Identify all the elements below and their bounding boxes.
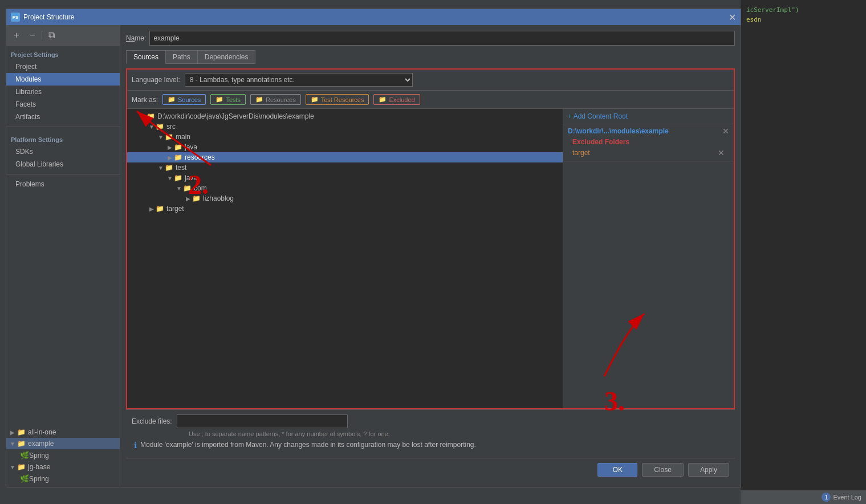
sidebar-item-global-libraries[interactable]: Global Libraries	[6, 158, 120, 170]
file-tree: ▼ 📁 D:\workdir\code\java\JgServerDis\mod…	[127, 109, 563, 408]
dialog-title: Project Structure	[23, 13, 729, 21]
tree-item-java[interactable]: ▶ 📁 java	[127, 142, 563, 152]
exclude-files-hint: Use ; to separate name patterns, * for a…	[132, 430, 729, 437]
dialog-body: + − ⧉ Project Settings Project Modules L…	[6, 25, 741, 487]
language-level-row: Language level: 8 - Lambdas, type annota…	[127, 70, 734, 91]
nav-divider	[6, 127, 120, 127]
copy-button[interactable]: ⧉	[44, 29, 58, 42]
test-resources-folder-icon: 📁	[311, 96, 319, 103]
dialog-footer: OK Close Apply	[126, 458, 735, 481]
content-root-path: D:\workdir\...\modules\example ✕	[568, 127, 729, 136]
expand-icon: ▶	[166, 144, 174, 151]
tab-dependencies[interactable]: Dependencies	[198, 50, 256, 64]
exclude-files-input[interactable]	[177, 414, 348, 428]
folder-icon: 📁	[156, 205, 164, 213]
close-button[interactable]: Close	[642, 463, 684, 477]
excluded-item-close-button[interactable]: ✕	[718, 148, 725, 157]
excluded-item-text: target	[572, 149, 590, 157]
tree-item-root[interactable]: ▼ 📁 D:\workdir\code\java\JgServerDis\mod…	[127, 111, 563, 121]
add-button[interactable]: +	[10, 29, 23, 42]
folder-icon: 📁	[165, 133, 173, 141]
sidebar-item-modules[interactable]: Modules	[6, 73, 120, 86]
sidebar: + − ⧉ Project Settings Project Modules L…	[6, 25, 120, 487]
main-window: icServerImpl") esdn 1 Event Log PS Proje…	[0, 0, 866, 504]
content-root-path-text: D:\workdir\...\modules\example	[568, 127, 669, 135]
module-tree-item-spring2[interactable]: 🌿 Spring	[6, 473, 120, 485]
mark-excluded-button[interactable]: 📁 Excluded	[373, 94, 420, 105]
expand-icon: ▶	[148, 206, 156, 212]
mark-sources-label: Sources	[178, 96, 201, 103]
add-content-root-button[interactable]: + Add Content Root	[568, 112, 628, 120]
module-tree-item-example[interactable]: ▼ 📁 example	[6, 438, 120, 449]
tab-paths[interactable]: Paths	[166, 50, 198, 64]
sidebar-item-project[interactable]: Project	[6, 60, 120, 73]
module-label: example	[28, 440, 54, 448]
expand-icon: ▼	[148, 124, 156, 130]
bottom-area: Exclude files: Use ; to separate name pa…	[126, 409, 735, 458]
sidebar-item-problems[interactable]: Problems	[6, 178, 120, 190]
mark-sources-button[interactable]: 📁 Sources	[162, 94, 206, 105]
tree-item-label: com	[194, 184, 207, 192]
expand-icon: ▼	[9, 440, 17, 448]
module-tree-item-jg-base[interactable]: ▼ 📁 jg-base	[6, 461, 120, 473]
event-log-badge: 1	[822, 493, 831, 502]
module-tree-item-spring1[interactable]: 🌿 Spring	[6, 449, 120, 461]
code-line-2: esdn	[746, 15, 860, 25]
tree-item-label: main	[176, 133, 190, 141]
mark-test-resources-button[interactable]: 📁 Test Resources	[306, 94, 369, 105]
platform-settings-section: Platform Settings	[6, 131, 120, 145]
exclude-files-row: Exclude files:	[132, 414, 729, 428]
background-code: icServerImpl") esdn	[741, 0, 866, 504]
folder-icon: 📁	[156, 123, 164, 131]
tree-item-test[interactable]: ▼ 📁 test	[127, 162, 563, 173]
tree-item-src[interactable]: ▼ 📁 src	[127, 121, 563, 132]
mark-excluded-label: Excluded	[389, 96, 414, 103]
mark-tests-button[interactable]: 📁 Tests	[210, 94, 246, 105]
remove-button[interactable]: −	[26, 29, 39, 42]
sidebar-item-facets[interactable]: Facets	[6, 98, 120, 111]
content-root-header: + Add Content Root	[563, 109, 734, 124]
mark-resources-button[interactable]: 📁 Resources	[250, 94, 301, 105]
exclude-files-label: Exclude files:	[132, 417, 172, 425]
tree-item-label: src	[166, 123, 176, 131]
module-list: ▶ 📁 all-in-one ▼ 📁 example 🌿 Spring	[6, 424, 120, 487]
expand-icon: ▼	[9, 463, 17, 471]
content-root-close-button[interactable]: ✕	[722, 127, 729, 136]
event-log-button[interactable]: 1 Event Log	[822, 493, 861, 502]
tree-item-lizhaoblog[interactable]: ▶ 📁 lizhaoblog	[127, 193, 563, 204]
language-level-select[interactable]: 8 - Lambdas, type annotations etc.	[185, 73, 413, 87]
sidebar-item-sdks[interactable]: SDKs	[6, 145, 120, 158]
tree-item-main[interactable]: ▼ 📁 main	[127, 132, 563, 142]
tree-item-test-java[interactable]: ▼ 📁 java	[127, 173, 563, 183]
folder-icon: 📁	[17, 428, 26, 436]
tree-item-com[interactable]: ▼ 📁 com	[127, 183, 563, 193]
sidebar-item-artifacts[interactable]: Artifacts	[6, 111, 120, 123]
tree-item-target[interactable]: ▶ 📁 target	[127, 204, 563, 214]
event-log-label: Event Log	[833, 494, 861, 501]
main-content: Name: Sources Paths Dependencies Languag…	[120, 25, 741, 487]
tabs-row: Sources Paths Dependencies	[126, 50, 735, 64]
sidebar-item-libraries[interactable]: Libraries	[6, 86, 120, 98]
tree-item-label: resources	[185, 153, 215, 161]
module-tree-item-all-in-one[interactable]: ▶ 📁 all-in-one	[6, 426, 120, 438]
toolbar-separator	[42, 31, 42, 40]
dialog-close-button[interactable]: ✕	[729, 12, 736, 23]
tree-item-label: D:\workdir\code\java\JgServerDis\modules…	[157, 112, 314, 120]
expand-icon: ▼	[157, 165, 165, 171]
maven-warning: ℹ Module 'example' is imported from Mave…	[132, 437, 729, 453]
name-input[interactable]	[149, 31, 735, 46]
expand-icon: ▶	[166, 155, 174, 161]
expand-icon: ▼	[175, 185, 183, 192]
tree-item-resources[interactable]: ▶ 📁 resources	[127, 152, 563, 162]
event-log-bar: 1 Event Log	[741, 490, 866, 504]
project-settings-section: Project Settings	[6, 46, 120, 60]
expand-icon: ▼	[139, 113, 147, 120]
name-label: Name:	[126, 34, 146, 42]
ok-button[interactable]: OK	[597, 463, 637, 477]
resources-folder-icon: 📁	[255, 96, 263, 103]
excluded-folders-label: Excluded Folders	[568, 136, 729, 147]
mark-as-label: Mark as:	[132, 96, 158, 104]
tree-item-label: java	[185, 174, 197, 182]
apply-button[interactable]: Apply	[688, 463, 729, 477]
tab-sources[interactable]: Sources	[126, 50, 166, 64]
